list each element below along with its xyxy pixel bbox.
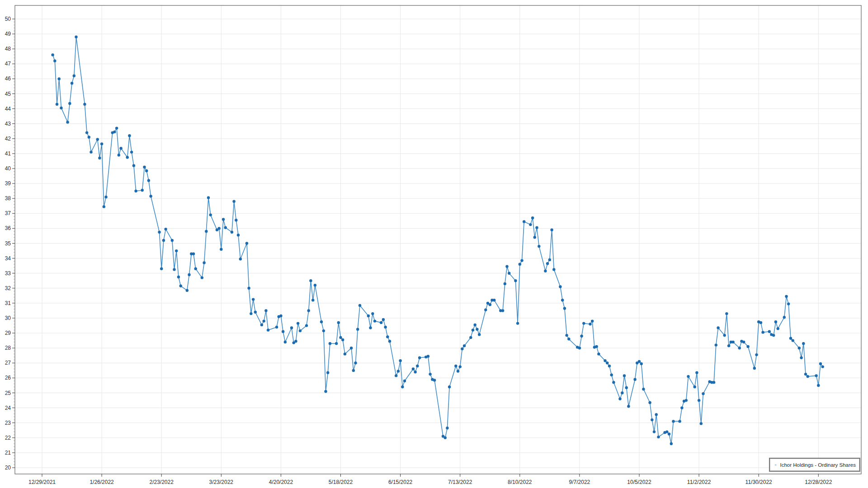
data-point [103,205,105,208]
data-point [725,312,728,315]
data-point [548,258,551,261]
y-tick-label: 24 [5,405,11,411]
data-point [685,399,688,402]
data-point [60,107,62,109]
data-point [231,231,233,234]
x-tick-label: 11/2/2022 [687,479,711,485]
data-point [264,309,267,312]
stock-price-chart[interactable]: 2021222324252627282930313233343536373839… [0,0,868,488]
data-point [789,337,792,340]
data-point [610,374,613,376]
data-point [565,334,568,337]
y-tick-label: 37 [5,210,11,216]
y-tick-label: 20 [5,465,11,471]
y-tick-label: 35 [5,240,11,247]
data-point [717,326,719,329]
data-point [559,285,561,288]
data-point [143,166,146,169]
y-tick-label: 21 [5,450,11,456]
data-point [260,324,263,326]
data-point [774,320,777,323]
data-point [75,36,77,38]
data-point [567,338,570,340]
data-point [104,196,107,198]
y-tick-label: 45 [5,91,11,97]
data-point [134,190,137,192]
data-point [463,344,466,347]
data-point [474,324,476,326]
data-point [807,375,809,378]
data-point [489,303,491,306]
series-line-icon [774,463,777,467]
y-tick-label: 39 [5,180,11,187]
data-point [314,284,316,286]
data-point [205,230,208,233]
data-point [535,226,538,229]
y-tick-label: 48 [5,46,11,52]
x-tick-label: 10/5/2022 [627,479,651,485]
data-point [792,339,794,342]
data-point [194,267,197,270]
data-point [224,226,227,229]
data-point [335,342,338,345]
data-point [305,324,308,327]
data-point [546,262,549,265]
data-point [164,228,167,230]
y-tick-label: 23 [5,420,11,426]
price-chart-canvas[interactable]: 2021222324252627282930313233343536373839… [0,0,868,488]
data-point [96,138,99,141]
data-point [538,245,540,248]
data-point [523,220,525,223]
x-tick-label: 11/30/2022 [745,479,772,485]
data-point [371,312,374,315]
data-point [504,282,506,285]
data-point [209,213,212,216]
y-tick-label: 29 [5,330,11,336]
data-point [275,326,278,328]
data-point [552,268,555,271]
y-tick-label: 43 [5,121,11,127]
data-point [693,385,696,388]
data-point [723,334,726,337]
data-point [203,261,205,264]
data-point [254,311,257,314]
data-point [787,302,790,305]
data-point [742,341,745,343]
data-point [341,338,344,341]
data-point [589,323,591,325]
x-tick-label: 7/13/2022 [448,479,472,485]
y-tick-label: 42 [5,136,11,142]
legend[interactable]: Ichor Holdings - Ordinary Shares [769,458,860,472]
y-tick-label: 30 [5,315,11,321]
data-point [582,322,585,324]
data-point [56,103,58,106]
data-point [817,384,820,387]
data-point [235,219,237,221]
data-point [373,319,376,322]
data-point [188,273,190,276]
data-point [655,413,658,416]
y-tick-label: 25 [5,390,11,396]
data-point [514,279,517,282]
data-point [414,371,416,373]
data-point [815,374,817,377]
data-point [454,365,457,367]
data-point [171,239,174,242]
x-tick-label: 1/26/2022 [90,479,114,485]
x-tick-label: 3/23/2022 [209,479,234,485]
data-point [508,272,510,275]
data-point [804,373,807,375]
data-point [680,406,683,409]
data-point [772,334,775,337]
legend-label: Ichor Holdings - Ordinary Shares [780,462,856,468]
data-point [476,328,478,331]
data-point [746,345,749,348]
y-tick-label: 32 [5,285,11,291]
data-point [145,169,148,172]
data-point [282,330,284,333]
x-tick-label: 6/15/2022 [388,479,413,485]
data-point [403,380,406,382]
data-point [738,347,741,349]
data-point [320,320,323,323]
x-tick-label: 12/29/2021 [28,479,56,485]
